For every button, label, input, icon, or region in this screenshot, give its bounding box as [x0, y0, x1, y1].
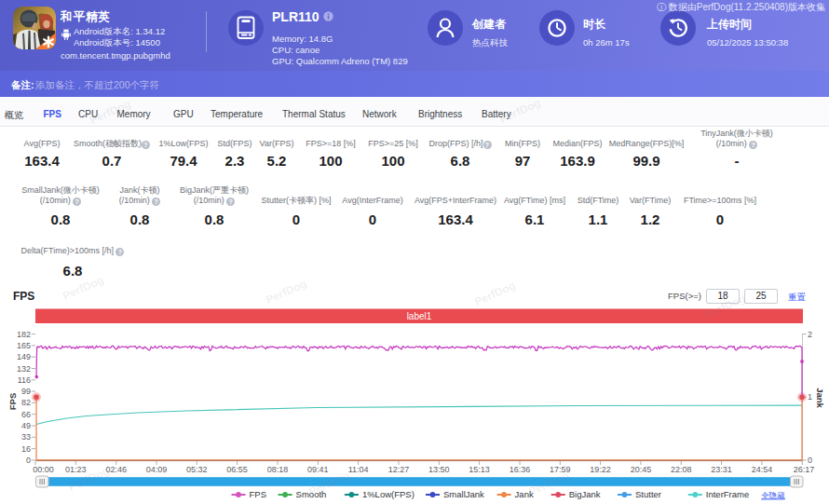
svg-text:label1: label1 — [407, 311, 432, 321]
svg-text:Stutter: Stutter — [635, 489, 661, 499]
svg-text:0: 0 — [26, 456, 31, 465]
svg-text:09:41: 09:41 — [307, 465, 329, 474]
svg-text:11:04: 11:04 — [348, 465, 369, 474]
svg-text:20:45: 20:45 — [631, 465, 652, 474]
svg-text:82: 82 — [21, 398, 31, 407]
svg-text:06:55: 06:55 — [226, 465, 248, 474]
svg-text:16:36: 16:36 — [510, 465, 531, 474]
svg-text:InterFrame: InterFrame — [706, 489, 749, 499]
svg-text:全隐藏: 全隐藏 — [761, 491, 785, 500]
svg-text:FPS: FPS — [250, 489, 266, 499]
svg-text:149: 149 — [17, 352, 31, 361]
svg-text:01:23: 01:23 — [65, 465, 87, 474]
svg-text:2: 2 — [808, 330, 812, 339]
svg-text:66: 66 — [21, 410, 31, 419]
svg-text:132: 132 — [17, 364, 31, 374]
svg-text:26:17: 26:17 — [794, 465, 815, 474]
svg-text:24:54: 24:54 — [752, 465, 773, 474]
svg-text:FPS: FPS — [7, 393, 18, 410]
svg-text:SmallJank: SmallJank — [443, 489, 484, 499]
svg-text:99: 99 — [21, 387, 31, 396]
svg-text:22:08: 22:08 — [671, 465, 692, 474]
svg-text:13:50: 13:50 — [428, 465, 450, 474]
svg-text:BigJank: BigJank — [569, 489, 601, 499]
svg-text:04:09: 04:09 — [146, 465, 168, 474]
svg-text:08:18: 08:18 — [267, 465, 289, 474]
svg-text:Jank: Jank — [815, 388, 825, 408]
svg-text:16: 16 — [21, 444, 31, 454]
svg-text:19:22: 19:22 — [590, 465, 611, 474]
svg-text:23:31: 23:31 — [711, 465, 732, 474]
svg-text:1%Low(FPS): 1%Low(FPS) — [362, 489, 414, 499]
svg-text:33: 33 — [21, 432, 31, 442]
svg-text:116: 116 — [18, 375, 31, 385]
svg-text:0: 0 — [808, 456, 812, 465]
svg-text:49: 49 — [21, 421, 31, 430]
svg-text:15:13: 15:13 — [469, 465, 490, 474]
svg-text:165: 165 — [17, 341, 31, 350]
svg-text:182: 182 — [17, 330, 31, 339]
svg-text:1: 1 — [808, 392, 812, 402]
svg-text:12:27: 12:27 — [388, 465, 410, 474]
svg-text:00:00: 00:00 — [33, 465, 54, 474]
svg-text:05:32: 05:32 — [186, 465, 208, 474]
